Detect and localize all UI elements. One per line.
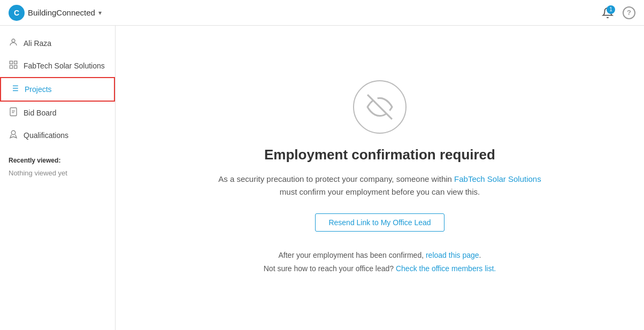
sidebar-item-bid-board[interactable]: Bid Board [0,102,115,124]
building-icon [9,60,18,72]
content-area: Employment confirmation required As a se… [116,26,644,330]
desc-part2: must confirm your employment before you … [280,187,480,196]
office-members-link[interactable]: Check the office members list. [396,264,496,273]
svg-rect-2 [14,61,17,64]
sidebar-item-user[interactable]: Ali Raza [0,32,115,55]
company-link[interactable]: FabTech Solar Solutions [454,174,541,183]
document-icon [9,107,18,119]
notification-badge: 1 [607,5,615,14]
nav-actions: 1 ? [599,4,635,21]
recently-viewed-label: Recently viewed: [9,157,60,164]
svg-rect-3 [10,66,12,68]
office-lead-prefix: Not sure how to reach your office lead? [264,264,396,273]
eye-slash-icon [366,94,393,120]
badge-icon [9,129,18,141]
svg-point-14 [11,131,16,135]
sidebar-item-projects[interactable]: Projects [0,77,115,102]
eye-slash-icon-circle [353,80,407,134]
recently-viewed-section: Recently viewed: [0,147,115,167]
help-button[interactable]: ? [623,6,635,19]
sidebar-item-company-label: FabTech Solar Solutions [24,62,105,70]
resend-button[interactable]: Resend Link to My Office Lead [315,213,444,232]
svg-rect-1 [10,61,12,64]
logo: C [9,5,25,21]
brand-name: BuildingConnected [28,8,95,17]
svg-rect-4 [14,66,17,68]
page-title: Employment confirmation required [264,147,495,163]
main-layout: Ali Raza FabTech Solar Solutions [0,26,644,330]
sidebar-item-qualifications[interactable]: Qualifications [0,124,115,147]
sidebar-item-bid-board-label: Bid Board [24,109,56,117]
list-icon [10,83,19,95]
after-confirm-section: After your employment has been confirmed… [264,249,496,275]
sidebar-item-company[interactable]: FabTech Solar Solutions [0,55,115,77]
after-confirm-line2: Not sure how to reach your office lead? … [264,262,496,275]
svg-rect-11 [10,108,17,116]
desc-part1: As a security precaution to protect your… [218,174,454,183]
confirmation-box: Employment confirmation required As a se… [214,80,546,275]
chevron-down-icon[interactable]: ▾ [98,9,102,17]
sidebar: Ali Raza FabTech Solar Solutions [0,26,116,330]
sidebar-item-projects-label: Projects [25,85,52,94]
notification-button[interactable]: 1 [599,4,616,21]
sidebar-item-qualifications-label: Qualifications [24,131,68,140]
person-icon [9,37,18,49]
brand-section: C BuildingConnected ▾ [9,5,102,21]
recently-viewed-empty: Nothing viewed yet [0,167,115,179]
after-confirm-line1: After your employment has been confirmed… [264,249,496,262]
sidebar-item-user-label: Ali Raza [24,39,51,48]
reload-link[interactable]: reload this page [426,251,479,259]
confirmation-description: As a security precaution to protect your… [214,173,546,198]
svg-point-0 [12,39,15,42]
top-nav: C BuildingConnected ▾ 1 ? [0,0,644,26]
